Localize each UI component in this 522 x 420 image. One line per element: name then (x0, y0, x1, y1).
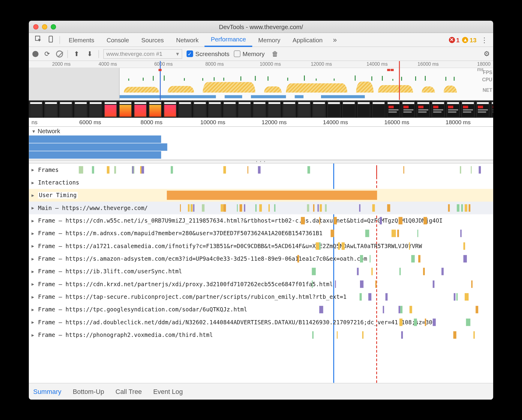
chevron-right-icon[interactable]: ▶ (32, 332, 36, 337)
filmstrip-thumb[interactable] (252, 100, 267, 118)
memory-checkbox[interactable]: Memory (234, 50, 265, 57)
filmstrip-thumb[interactable] (103, 100, 118, 118)
inspect-icon[interactable] (32, 35, 45, 44)
chevron-right-icon[interactable]: ▶ (32, 193, 36, 197)
filmstrip-thumb[interactable] (476, 100, 490, 118)
frame-track[interactable]: ▶Frame — https://cdn.w55c.net/i/s_0RB7U9… (29, 214, 493, 227)
chevron-down-icon: ▾ (176, 50, 179, 57)
save-profile-icon[interactable]: ⬇ (86, 50, 94, 58)
frame-track[interactable]: ▶Frame — https://m.adnxs.com/mapuid?memb… (29, 227, 493, 239)
filmstrip-thumb[interactable] (461, 100, 476, 118)
frame-track[interactable]: ▶Frame — https://phonograph2.voxmedia.co… (29, 328, 493, 341)
tab-network[interactable]: Network (170, 33, 205, 47)
frame-track[interactable]: ▶Frame — https://ib.3lift.com/userSync.h… (29, 265, 493, 278)
tab-application[interactable]: Application (286, 33, 329, 47)
frame-track[interactable]: ▶Frame — https://ad.doubleclick.net/ddm/… (29, 316, 493, 328)
filmstrip-thumb[interactable] (133, 100, 148, 118)
frame-track[interactable]: ▶Frame — https://tap-secure.rubiconproje… (29, 290, 493, 303)
chevron-right-icon[interactable]: ▶ (32, 294, 36, 299)
filmstrip-thumb[interactable] (58, 100, 74, 118)
user-timing-track[interactable]: ▶ User Timing (29, 189, 493, 201)
window-title: DevTools - www.theverge.com/ (29, 23, 493, 30)
tab-performance[interactable]: Performance (205, 33, 252, 47)
chevron-right-icon[interactable]: ▶ (32, 320, 36, 325)
filmstrip-thumb[interactable] (327, 100, 342, 118)
tab-sources[interactable]: Sources (135, 33, 170, 47)
tab-console[interactable]: Console (100, 33, 135, 47)
kebab-icon[interactable]: ⋮ (479, 35, 490, 44)
flamechart[interactable]: ▶ Frames ▶ Interactions ▶ User Timing ▶ … (29, 164, 493, 383)
details-tab-bottom-up[interactable]: Bottom-Up (73, 388, 104, 395)
chevron-right-icon[interactable]: ▶ (32, 282, 36, 286)
screenshots-checkbox[interactable]: ✓Screenshots (187, 50, 230, 57)
error-count[interactable]: ✕1 (449, 36, 460, 43)
filmstrip-thumb[interactable] (416, 100, 431, 118)
filmstrip-thumb[interactable] (223, 100, 238, 118)
frame-track[interactable]: ▶Frame — https://cdn.krxd.net/partnerjs/… (29, 278, 493, 290)
overview-ruler: 2000 ms4000 ms6000 ms8000 ms10000 ms1200… (29, 61, 493, 68)
filmstrip-thumb[interactable] (342, 100, 357, 118)
chevron-right-icon[interactable]: ▶ (32, 269, 36, 274)
filmstrip-thumb[interactable] (312, 100, 327, 118)
filmstrip-thumb[interactable] (29, 100, 44, 118)
chevron-right-icon[interactable]: ▶ (32, 218, 36, 223)
filmstrip-thumb[interactable] (267, 100, 282, 118)
chevron-right-icon[interactable]: ▶ (32, 167, 36, 172)
pane-splitter[interactable]: • • • (29, 160, 493, 164)
filmstrip-thumb[interactable] (490, 100, 493, 118)
timeline-ruler[interactable]: ns 6000 ms8000 ms10000 ms12000 ms14000 m… (29, 118, 493, 127)
filmstrip-thumb[interactable] (431, 100, 446, 118)
filmstrip-thumb[interactable] (282, 100, 297, 118)
chevron-down-icon[interactable]: ▼ (32, 128, 36, 133)
chevron-right-icon[interactable]: ▶ (32, 231, 36, 236)
viewport-start-line[interactable] (160, 61, 161, 100)
filmstrip-thumb[interactable] (386, 100, 401, 118)
record-icon[interactable] (32, 51, 38, 57)
filmstrip-thumb[interactable] (401, 100, 416, 118)
devtools-window: DevTools - www.theverge.com/ ElementsCon… (29, 21, 493, 400)
frame-track[interactable]: ▶Frame — https://s.amazon-adsystem.com/e… (29, 252, 493, 265)
network-track[interactable]: ▼ Network (29, 127, 493, 160)
filmstrip-thumb[interactable] (356, 100, 371, 118)
tab-memory[interactable]: Memory (252, 33, 286, 47)
chevron-right-icon[interactable]: ▶ (32, 206, 36, 210)
filmstrip-thumb[interactable] (118, 100, 133, 118)
chevron-right-icon[interactable]: ▶ (32, 180, 36, 185)
chevron-right-icon[interactable]: ▶ (32, 307, 36, 312)
load-profile-icon[interactable]: ⬆ (72, 50, 81, 58)
frame-track[interactable]: ▶Frame — https://a1721.casalemedia.com/i… (29, 240, 493, 252)
screenshots-filmstrip[interactable] (29, 100, 493, 118)
details-tab-summary[interactable]: Summary (33, 388, 62, 395)
devtools-tabbar: ElementsConsoleSourcesNetworkPerformance… (29, 33, 493, 47)
filmstrip-thumb[interactable] (74, 100, 88, 118)
filmstrip-thumb[interactable] (88, 100, 104, 118)
main-track[interactable]: ▶ Main — https://www.theverge.com/ (29, 202, 493, 214)
chevron-right-icon[interactable]: ▶ (32, 244, 36, 248)
filmstrip-thumb[interactable] (163, 100, 178, 118)
clear-icon[interactable] (56, 50, 63, 57)
filmstrip-thumb[interactable] (44, 100, 59, 118)
details-tab-event-log[interactable]: Event Log (153, 388, 183, 395)
gear-icon[interactable]: ⚙ (484, 50, 490, 58)
filmstrip-thumb[interactable] (446, 100, 461, 118)
filmstrip-thumb[interactable] (297, 100, 312, 118)
frames-track[interactable]: ▶ Frames (29, 164, 493, 176)
filmstrip-thumb[interactable] (371, 100, 386, 118)
chevron-right-icon[interactable]: ▶ (32, 256, 36, 261)
filmstrip-thumb[interactable] (237, 100, 252, 118)
warning-count[interactable]: ▲13 (462, 36, 477, 43)
device-icon[interactable] (45, 35, 57, 44)
tab-elements[interactable]: Elements (63, 33, 100, 47)
filmstrip-thumb[interactable] (178, 100, 193, 118)
filmstrip-thumb[interactable] (193, 100, 208, 118)
more-tabs-icon[interactable]: » (329, 36, 341, 44)
details-tab-call-tree[interactable]: Call Tree (116, 388, 142, 395)
reload-icon[interactable]: ⟳ (43, 50, 52, 58)
trash-icon[interactable]: 🗑 (272, 50, 278, 57)
overview-minimap[interactable]: 2000 ms4000 ms6000 ms8000 ms10000 ms1200… (29, 61, 493, 100)
recording-selector[interactable]: www.theverge.com #1 ▾ (103, 49, 182, 58)
interactions-track[interactable]: ▶ Interactions (29, 176, 493, 189)
frame-track[interactable]: ▶Frame — https://tpc.googlesyndication.c… (29, 303, 493, 316)
filmstrip-thumb[interactable] (208, 100, 223, 118)
filmstrip-thumb[interactable] (148, 100, 163, 118)
